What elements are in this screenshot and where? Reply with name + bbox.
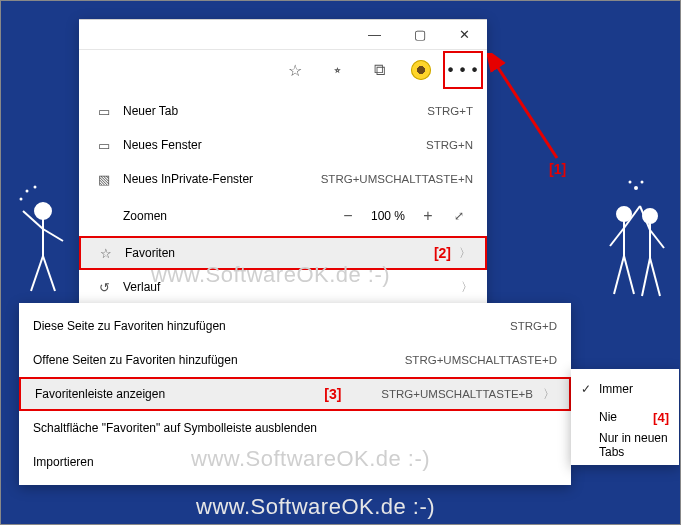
annotation-arrow xyxy=(487,53,577,173)
svg-line-19 xyxy=(642,258,650,296)
main-menu: ▭ Neuer Tab STRG+T ▭ Neues Fenster STRG+… xyxy=(79,90,487,312)
submenu-show-favorites-bar[interactable]: Favoritenleiste anzeigen [3] STRG+UMSCHA… xyxy=(19,377,571,411)
annotation-1: [1] xyxy=(549,161,566,177)
menu-label: Neues InPrivate-Fenster xyxy=(115,172,321,186)
zoom-percent: 100 % xyxy=(365,209,411,223)
new-tab-icon: ▭ xyxy=(93,104,115,119)
svg-line-11 xyxy=(610,228,624,246)
svg-line-12 xyxy=(624,206,640,228)
menu-shortcut: STRG+N xyxy=(426,139,473,151)
svg-line-17 xyxy=(640,206,650,230)
chevron-right-icon: 〉 xyxy=(533,386,555,403)
favorites-submenu: Diese Seite zu Favoriten hinzufügen STRG… xyxy=(19,303,571,485)
annotation-3: [3] xyxy=(324,386,381,402)
svg-point-15 xyxy=(643,209,657,223)
inprivate-icon: ▧ xyxy=(93,172,115,187)
menu-favorites[interactable]: ☆ Favoriten [2] 〉 xyxy=(79,236,487,270)
submenu-shortcut: STRG+UMSCHALTTASTE+B xyxy=(381,388,533,400)
decorative-figure-right xyxy=(602,176,672,316)
submenu-hide-favorites-button[interactable]: Schaltfläche "Favoriten" auf Symbolleist… xyxy=(19,411,571,445)
toolbar: ☆ ⭒ ⧉ • • • xyxy=(79,50,487,90)
check-icon: ✓ xyxy=(581,382,597,396)
menu-new-tab[interactable]: ▭ Neuer Tab STRG+T xyxy=(79,94,487,128)
submenu-shortcut: STRG+D xyxy=(510,320,557,332)
flyout-never[interactable]: Nie [4] xyxy=(571,403,679,431)
submenu-import[interactable]: Importieren xyxy=(19,445,571,479)
svg-line-24 xyxy=(495,63,557,158)
titlebar: — ▢ ✕ xyxy=(79,20,487,50)
history-icon: ↺ xyxy=(93,280,115,295)
favorites-list-icon[interactable]: ⭒ xyxy=(317,51,357,89)
collections-icon[interactable]: ⧉ xyxy=(359,51,399,89)
new-window-icon: ▭ xyxy=(93,138,115,153)
show-bar-flyout: ✓ Immer Nie [4] Nur in neuen Tabs xyxy=(571,369,679,465)
svg-line-3 xyxy=(43,229,63,241)
close-button[interactable]: ✕ xyxy=(442,20,487,49)
submenu-label: Importieren xyxy=(33,455,557,469)
svg-point-9 xyxy=(617,207,631,221)
decorative-figure-left xyxy=(13,181,73,301)
menu-new-window[interactable]: ▭ Neues Fenster STRG+N xyxy=(79,128,487,162)
zoom-label: Zoomen xyxy=(93,209,331,223)
zoom-out-button[interactable]: − xyxy=(331,207,365,225)
submenu-label: Favoritenleiste anzeigen xyxy=(35,387,324,401)
svg-point-7 xyxy=(26,190,29,193)
zoom-in-button[interactable]: + xyxy=(411,207,445,225)
submenu-add-page[interactable]: Diese Seite zu Favoriten hinzufügen STRG… xyxy=(19,309,571,343)
flyout-new-tabs-only[interactable]: Nur in neuen Tabs xyxy=(571,431,679,459)
svg-line-14 xyxy=(624,256,634,294)
chevron-right-icon: 〉 xyxy=(453,279,473,296)
more-menu-button[interactable]: • • • xyxy=(443,51,483,89)
fullscreen-icon[interactable]: ⤢ xyxy=(445,209,473,223)
browser-window: — ▢ ✕ ☆ ⭒ ⧉ • • • ▭ Neuer Tab STRG+T ▭ N… xyxy=(79,19,487,312)
menu-zoom: Zoomen − 100 % + ⤢ xyxy=(79,196,487,236)
maximize-button[interactable]: ▢ xyxy=(397,20,442,49)
svg-line-13 xyxy=(614,256,624,294)
menu-label: Favoriten xyxy=(117,246,404,260)
submenu-add-open-pages[interactable]: Offene Seiten zu Favoriten hinzufügen ST… xyxy=(19,343,571,377)
flyout-label: Nur in neuen Tabs xyxy=(597,431,669,459)
submenu-shortcut: STRG+UMSCHALTTASTE+D xyxy=(405,354,557,366)
svg-point-0 xyxy=(35,203,51,219)
svg-line-18 xyxy=(650,230,664,248)
menu-history[interactable]: ↺ Verlauf 〉 xyxy=(79,270,487,304)
favorites-star-icon: ☆ xyxy=(95,246,117,261)
flyout-label: Nie xyxy=(597,410,647,424)
flyout-label: Immer xyxy=(597,382,669,396)
watermark: www.SoftwareOK.de :-) xyxy=(196,494,435,520)
menu-new-inprivate[interactable]: ▧ Neues InPrivate-Fenster STRG+UMSCHALTT… xyxy=(79,162,487,196)
minimize-button[interactable]: — xyxy=(352,20,397,49)
svg-point-21 xyxy=(634,186,638,190)
favorite-star-icon[interactable]: ☆ xyxy=(275,51,315,89)
menu-label: Neues Fenster xyxy=(115,138,426,152)
submenu-label: Diese Seite zu Favoriten hinzufügen xyxy=(33,319,510,333)
svg-point-22 xyxy=(641,181,644,184)
extension-sunflower-icon[interactable] xyxy=(401,51,441,89)
submenu-label: Schaltfläche "Favoriten" auf Symbolleist… xyxy=(33,421,557,435)
svg-point-8 xyxy=(34,186,37,189)
svg-line-4 xyxy=(31,256,43,291)
svg-point-6 xyxy=(20,198,23,201)
menu-shortcut: STRG+T xyxy=(427,105,473,117)
annotation-4: [4] xyxy=(647,410,669,425)
flyout-always[interactable]: ✓ Immer xyxy=(571,375,679,403)
svg-point-23 xyxy=(629,181,632,184)
chevron-right-icon: 〉 xyxy=(451,245,471,262)
svg-line-2 xyxy=(23,211,43,229)
submenu-label: Offene Seiten zu Favoriten hinzufügen xyxy=(33,353,405,367)
menu-label: Neuer Tab xyxy=(115,104,427,118)
menu-shortcut: STRG+UMSCHALTTASTE+N xyxy=(321,173,473,185)
svg-line-5 xyxy=(43,256,55,291)
annotation-2: [2] xyxy=(404,245,451,261)
menu-label: Verlauf xyxy=(115,280,453,294)
svg-line-20 xyxy=(650,258,660,296)
